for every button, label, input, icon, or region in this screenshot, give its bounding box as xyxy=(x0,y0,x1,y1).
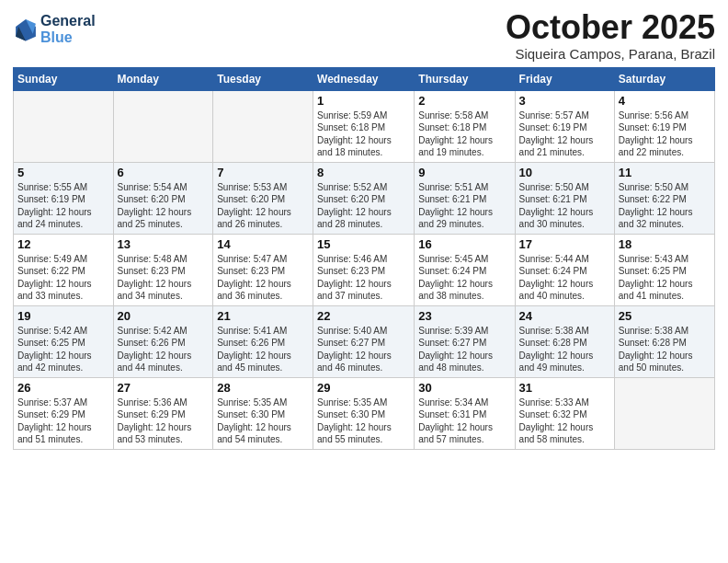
day-info: Sunrise: 5:35 AM Sunset: 6:30 PM Dayligh… xyxy=(217,396,309,446)
day-number: 25 xyxy=(619,309,711,323)
col-saturday: Saturday xyxy=(614,67,714,90)
col-friday: Friday xyxy=(515,67,614,90)
day-info: Sunrise: 5:34 AM Sunset: 6:31 PM Dayligh… xyxy=(418,396,510,446)
day-info: Sunrise: 5:55 AM Sunset: 6:19 PM Dayligh… xyxy=(17,181,109,231)
day-number: 23 xyxy=(418,309,510,323)
day-number: 12 xyxy=(17,237,109,251)
table-row: 3Sunrise: 5:57 AM Sunset: 6:19 PM Daylig… xyxy=(515,90,614,162)
table-row xyxy=(113,90,213,162)
day-number: 9 xyxy=(418,166,510,179)
day-info: Sunrise: 5:46 AM Sunset: 6:23 PM Dayligh… xyxy=(317,253,410,303)
table-row: 11Sunrise: 5:50 AM Sunset: 6:22 PM Dayli… xyxy=(614,162,714,234)
day-info: Sunrise: 5:37 AM Sunset: 6:29 PM Dayligh… xyxy=(17,396,109,446)
table-row: 19Sunrise: 5:42 AM Sunset: 6:25 PM Dayli… xyxy=(14,305,114,377)
col-wednesday: Wednesday xyxy=(313,67,415,90)
col-tuesday: Tuesday xyxy=(213,67,313,90)
table-row: 13Sunrise: 5:48 AM Sunset: 6:23 PM Dayli… xyxy=(113,234,213,305)
table-row: 23Sunrise: 5:39 AM Sunset: 6:27 PM Dayli… xyxy=(415,305,515,377)
table-row xyxy=(213,90,313,162)
header: General Blue October 2025 Siqueira Campo… xyxy=(13,9,715,62)
day-number: 29 xyxy=(317,381,410,395)
day-info: Sunrise: 5:56 AM Sunset: 6:19 PM Dayligh… xyxy=(619,109,711,159)
day-info: Sunrise: 5:43 AM Sunset: 6:25 PM Dayligh… xyxy=(619,253,711,303)
day-info: Sunrise: 5:59 AM Sunset: 6:18 PM Dayligh… xyxy=(317,109,410,159)
day-number: 17 xyxy=(519,237,610,251)
day-number: 14 xyxy=(217,237,309,251)
day-info: Sunrise: 5:49 AM Sunset: 6:22 PM Dayligh… xyxy=(17,253,109,303)
table-row: 10Sunrise: 5:50 AM Sunset: 6:21 PM Dayli… xyxy=(515,162,614,234)
day-info: Sunrise: 5:52 AM Sunset: 6:20 PM Dayligh… xyxy=(317,181,410,231)
table-row: 8Sunrise: 5:52 AM Sunset: 6:20 PM Daylig… xyxy=(313,162,415,234)
day-info: Sunrise: 5:38 AM Sunset: 6:28 PM Dayligh… xyxy=(519,325,610,374)
table-row: 27Sunrise: 5:36 AM Sunset: 6:29 PM Dayli… xyxy=(113,377,213,449)
day-number: 27 xyxy=(118,381,210,395)
day-info: Sunrise: 5:50 AM Sunset: 6:21 PM Dayligh… xyxy=(519,181,610,231)
day-number: 11 xyxy=(619,166,711,179)
table-row: 20Sunrise: 5:42 AM Sunset: 6:26 PM Dayli… xyxy=(113,305,213,377)
table-row: 22Sunrise: 5:40 AM Sunset: 6:27 PM Dayli… xyxy=(313,305,415,377)
day-number: 22 xyxy=(317,309,410,323)
logo-text: General Blue xyxy=(40,13,96,45)
day-info: Sunrise: 5:40 AM Sunset: 6:27 PM Dayligh… xyxy=(317,325,410,374)
day-number: 10 xyxy=(519,166,610,179)
day-info: Sunrise: 5:39 AM Sunset: 6:27 PM Dayligh… xyxy=(418,325,510,374)
day-number: 20 xyxy=(118,309,210,323)
day-info: Sunrise: 5:48 AM Sunset: 6:23 PM Dayligh… xyxy=(118,253,210,303)
table-row: 6Sunrise: 5:54 AM Sunset: 6:20 PM Daylig… xyxy=(113,162,213,234)
table-row: 17Sunrise: 5:44 AM Sunset: 6:24 PM Dayli… xyxy=(515,234,614,305)
table-row: 25Sunrise: 5:38 AM Sunset: 6:28 PM Dayli… xyxy=(614,305,714,377)
table-row: 14Sunrise: 5:47 AM Sunset: 6:23 PM Dayli… xyxy=(213,234,313,305)
table-row: 5Sunrise: 5:55 AM Sunset: 6:19 PM Daylig… xyxy=(14,162,114,234)
calendar-week-row: 1Sunrise: 5:59 AM Sunset: 6:18 PM Daylig… xyxy=(14,90,715,162)
calendar-week-row: 26Sunrise: 5:37 AM Sunset: 6:29 PM Dayli… xyxy=(14,377,715,449)
day-number: 26 xyxy=(17,381,109,395)
table-row: 16Sunrise: 5:45 AM Sunset: 6:24 PM Dayli… xyxy=(415,234,515,305)
day-info: Sunrise: 5:35 AM Sunset: 6:30 PM Dayligh… xyxy=(317,396,410,446)
location: Siqueira Campos, Parana, Brazil xyxy=(506,46,715,62)
table-row: 29Sunrise: 5:35 AM Sunset: 6:30 PM Dayli… xyxy=(313,377,415,449)
day-info: Sunrise: 5:45 AM Sunset: 6:24 PM Dayligh… xyxy=(418,253,510,303)
day-number: 15 xyxy=(317,237,410,251)
col-thursday: Thursday xyxy=(415,67,515,90)
col-sunday: Sunday xyxy=(14,67,114,90)
day-number: 2 xyxy=(418,94,510,108)
day-number: 18 xyxy=(619,237,711,251)
day-info: Sunrise: 5:50 AM Sunset: 6:22 PM Dayligh… xyxy=(619,181,711,231)
table-row: 21Sunrise: 5:41 AM Sunset: 6:26 PM Dayli… xyxy=(213,305,313,377)
table-row: 7Sunrise: 5:53 AM Sunset: 6:20 PM Daylig… xyxy=(213,162,313,234)
day-number: 30 xyxy=(418,381,510,395)
calendar-week-row: 5Sunrise: 5:55 AM Sunset: 6:19 PM Daylig… xyxy=(14,162,715,234)
table-row: 31Sunrise: 5:33 AM Sunset: 6:32 PM Dayli… xyxy=(515,377,614,449)
table-row: 4Sunrise: 5:56 AM Sunset: 6:19 PM Daylig… xyxy=(614,90,714,162)
day-number: 24 xyxy=(519,309,610,323)
table-row: 28Sunrise: 5:35 AM Sunset: 6:30 PM Dayli… xyxy=(213,377,313,449)
day-number: 19 xyxy=(17,309,109,323)
day-info: Sunrise: 5:51 AM Sunset: 6:21 PM Dayligh… xyxy=(418,181,510,231)
table-row: 30Sunrise: 5:34 AM Sunset: 6:31 PM Dayli… xyxy=(415,377,515,449)
day-number: 1 xyxy=(317,94,410,108)
logo: General Blue xyxy=(13,13,96,45)
day-info: Sunrise: 5:33 AM Sunset: 6:32 PM Dayligh… xyxy=(519,396,610,446)
table-row: 2Sunrise: 5:58 AM Sunset: 6:18 PM Daylig… xyxy=(415,90,515,162)
day-info: Sunrise: 5:44 AM Sunset: 6:24 PM Dayligh… xyxy=(519,253,610,303)
day-number: 7 xyxy=(217,166,309,179)
day-info: Sunrise: 5:42 AM Sunset: 6:26 PM Dayligh… xyxy=(118,325,210,374)
calendar-header-row: Sunday Monday Tuesday Wednesday Thursday… xyxy=(14,67,715,90)
title-block: October 2025 Siqueira Campos, Parana, Br… xyxy=(506,9,715,62)
day-info: Sunrise: 5:57 AM Sunset: 6:19 PM Dayligh… xyxy=(519,109,610,159)
day-number: 21 xyxy=(217,309,309,323)
table-row xyxy=(14,90,114,162)
day-info: Sunrise: 5:54 AM Sunset: 6:20 PM Dayligh… xyxy=(118,181,210,231)
day-number: 28 xyxy=(217,381,309,395)
page: General Blue October 2025 Siqueira Campo… xyxy=(0,0,728,563)
day-info: Sunrise: 5:47 AM Sunset: 6:23 PM Dayligh… xyxy=(217,253,309,303)
table-row: 12Sunrise: 5:49 AM Sunset: 6:22 PM Dayli… xyxy=(14,234,114,305)
day-info: Sunrise: 5:58 AM Sunset: 6:18 PM Dayligh… xyxy=(418,109,510,159)
day-number: 16 xyxy=(418,237,510,251)
calendar-table: Sunday Monday Tuesday Wednesday Thursday… xyxy=(13,67,715,450)
table-row: 26Sunrise: 5:37 AM Sunset: 6:29 PM Dayli… xyxy=(14,377,114,449)
table-row: 18Sunrise: 5:43 AM Sunset: 6:25 PM Dayli… xyxy=(614,234,714,305)
day-number: 6 xyxy=(118,166,210,179)
day-info: Sunrise: 5:42 AM Sunset: 6:25 PM Dayligh… xyxy=(17,325,109,374)
day-info: Sunrise: 5:38 AM Sunset: 6:28 PM Dayligh… xyxy=(619,325,711,374)
